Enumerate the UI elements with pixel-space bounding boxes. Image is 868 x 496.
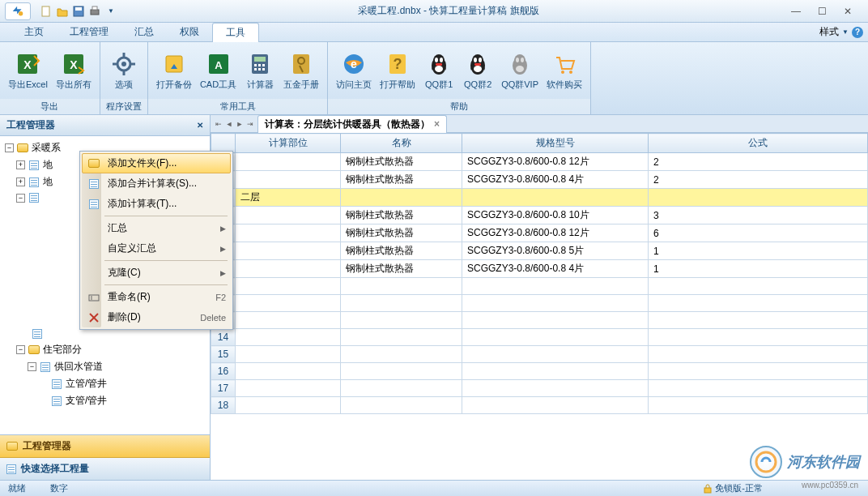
row-number[interactable]: 18	[211, 397, 236, 414]
cell[interactable]	[462, 278, 649, 295]
ribbon-btn-五金手册[interactable]: 五金手册	[280, 49, 322, 92]
cell[interactable]	[649, 329, 868, 346]
cell[interactable]	[462, 363, 649, 380]
cell[interactable]	[649, 380, 868, 397]
help-icon[interactable]: ?	[852, 27, 863, 38]
qat-print-icon[interactable]	[87, 4, 102, 19]
cell[interactable]	[236, 397, 341, 414]
cell[interactable]: SCGGZY3-0.8/600-0.8 10片	[462, 207, 649, 224]
cell[interactable]: 钢制柱式散热器	[341, 171, 462, 189]
cell[interactable]	[649, 363, 868, 380]
ribbon-btn-导出所有[interactable]: X导出所有	[53, 49, 95, 92]
table-row[interactable]: 18	[211, 397, 868, 414]
cell[interactable]	[649, 189, 868, 207]
cell[interactable]: SCGGZY3-0.8/600-0.8 4片	[462, 171, 649, 189]
ribbon-btn-访问主页[interactable]: e访问主页	[333, 49, 375, 92]
context-menu-item[interactable]: 删除(D)Delete	[82, 307, 231, 327]
cell[interactable]: 钢制柱式散热器	[341, 224, 462, 242]
ribbon-btn-软件购买[interactable]: 软件购买	[543, 49, 585, 92]
cell[interactable]	[236, 363, 341, 380]
qat-new-icon[interactable]	[39, 4, 53, 19]
table-row[interactable]	[211, 278, 868, 295]
table-row[interactable]: 16	[211, 363, 868, 380]
qat-dropdown-icon[interactable]: ▼	[104, 4, 118, 19]
collapse-icon[interactable]: −	[28, 362, 36, 371]
table-row[interactable]: 钢制柱式散热器SCGGZY3-0.8/600-0.8 10片3	[211, 207, 868, 224]
table-row[interactable]: 12	[211, 295, 868, 312]
table-row[interactable]: 钢制柱式散热器SCGGZY3-0.8/600-0.8 12片2	[211, 153, 868, 171]
tree-item[interactable]: −住宅部分	[2, 341, 208, 358]
table-row[interactable]: 13	[211, 312, 868, 329]
cell[interactable]	[341, 295, 462, 312]
cell[interactable]: 1	[649, 260, 868, 278]
cell[interactable]: 2	[649, 171, 868, 189]
cell[interactable]	[649, 346, 868, 363]
cell[interactable]	[236, 171, 341, 189]
ribbon-btn-CAD工具[interactable]: ACAD工具	[197, 49, 240, 92]
column-header[interactable]: 名称	[341, 134, 462, 153]
collapse-icon[interactable]: −	[5, 143, 14, 152]
table-row[interactable]: 二层	[211, 189, 868, 207]
cell[interactable]	[236, 312, 341, 329]
cell[interactable]	[649, 295, 868, 312]
row-number[interactable]: 14	[211, 329, 236, 346]
cell[interactable]	[462, 346, 649, 363]
maximize-button[interactable]: ☐	[816, 6, 828, 17]
cell[interactable]	[341, 189, 462, 207]
row-number[interactable]: 15	[211, 346, 236, 363]
cell[interactable]: SCGGZY3-0.8/600-0.8 12片	[462, 153, 649, 171]
cell[interactable]	[462, 312, 649, 329]
ribbon-btn-选项[interactable]: 选项	[105, 49, 143, 92]
ribbon-btn-打开帮助[interactable]: ?打开帮助	[377, 49, 419, 92]
cell[interactable]	[341, 380, 462, 397]
context-menu-item[interactable]: 添加合并计算表(S)...	[82, 173, 231, 194]
context-menu-item[interactable]: 添加文件夹(F)...	[82, 153, 231, 173]
cell[interactable]	[341, 278, 462, 295]
table-row[interactable]: 钢制柱式散热器SCGGZY3-0.8/600-0.8 4片2	[211, 171, 868, 189]
cell[interactable]	[341, 346, 462, 363]
sidebar-nav-project-manager[interactable]: 工程管理器	[0, 435, 210, 458]
tab-active[interactable]: 计算表：分层统计供暖器具（散热器） ×	[257, 115, 447, 133]
row-number[interactable]: 16	[211, 363, 236, 380]
cell[interactable]: 二层	[236, 189, 341, 207]
cell[interactable]	[341, 312, 462, 329]
cell[interactable]	[341, 329, 462, 346]
cell[interactable]	[341, 363, 462, 380]
cell[interactable]: 钢制柱式散热器	[341, 153, 462, 171]
cell[interactable]: SCGGZY3-0.8/600-0.8 12片	[462, 224, 649, 242]
cell[interactable]: 1	[649, 242, 868, 260]
table-row[interactable]: 钢制柱式散热器SCGGZY3-0.8/600-0.8 5片1	[211, 242, 868, 260]
sidebar-close-icon[interactable]: ✕	[197, 121, 203, 130]
ribbon-btn-QQ群1[interactable]: QQ群1	[420, 49, 457, 92]
expand-icon[interactable]: +	[16, 160, 25, 169]
table-row[interactable]: 17	[211, 380, 868, 397]
cell[interactable]	[462, 380, 649, 397]
app-logo[interactable]	[5, 2, 31, 20]
ribbon-btn-QQ群VIP[interactable]: QQ群VIP	[498, 49, 542, 92]
menu-工具[interactable]: 工具	[212, 23, 259, 42]
sidebar-nav-quick-select[interactable]: 快速选择工程量	[0, 458, 210, 480]
table-row[interactable]: 钢制柱式散热器SCGGZY3-0.8/600-0.8 4片1	[211, 260, 868, 278]
column-header[interactable]: 计算部位	[236, 134, 341, 153]
cell[interactable]	[236, 380, 341, 397]
context-menu-item[interactable]: 汇总▶	[82, 218, 231, 238]
cell[interactable]	[236, 278, 341, 295]
qat-save-icon[interactable]	[71, 4, 86, 19]
cell[interactable]	[236, 207, 341, 224]
row-header-corner[interactable]	[211, 134, 236, 153]
tab-prev-icon[interactable]: ◄	[224, 118, 234, 130]
column-header[interactable]: 规格型号	[462, 134, 649, 153]
table-row[interactable]: 钢制柱式散热器SCGGZY3-0.8/600-0.8 12片6	[211, 224, 868, 242]
row-number[interactable]: 17	[211, 380, 236, 397]
context-menu-item[interactable]: 自定义汇总▶	[82, 238, 231, 259]
cell[interactable]	[236, 346, 341, 363]
collapse-icon[interactable]: −	[16, 345, 25, 354]
cell[interactable]: SCGGZY3-0.8/600-0.8 4片	[462, 260, 649, 278]
cell[interactable]: 钢制柱式散热器	[341, 260, 462, 278]
cell[interactable]: 2	[649, 153, 868, 171]
cell[interactable]	[236, 242, 341, 260]
column-header[interactable]: 公式	[649, 134, 868, 153]
cell[interactable]	[236, 260, 341, 278]
style-dropdown-arrow-icon[interactable]: ▼	[842, 28, 849, 36]
table-row[interactable]: 14	[211, 329, 868, 346]
